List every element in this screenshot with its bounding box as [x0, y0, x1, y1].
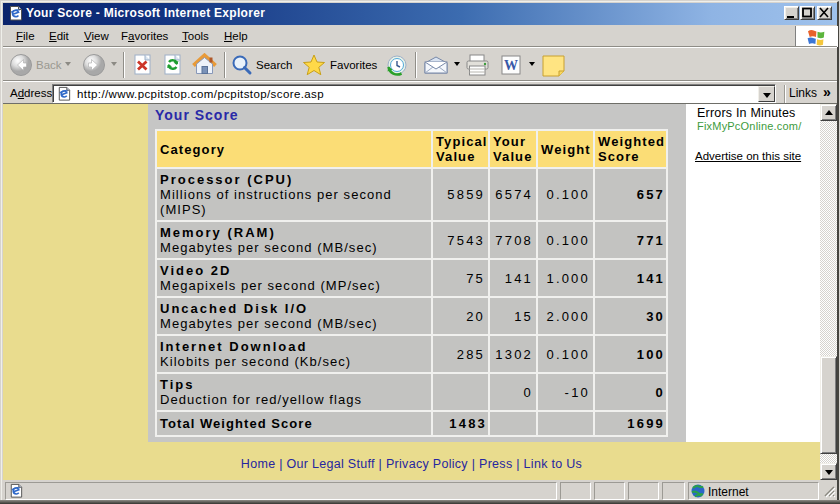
svg-text:W: W — [504, 58, 518, 73]
